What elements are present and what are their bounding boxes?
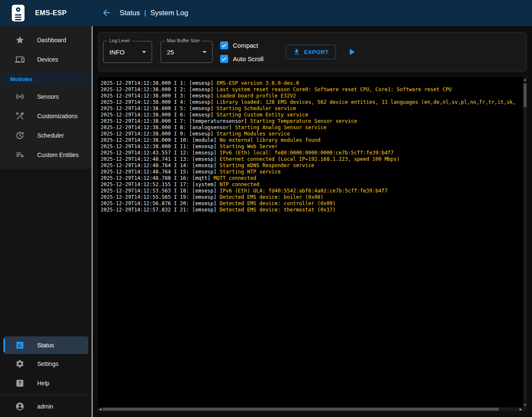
chevron-down-icon [199,47,210,57]
export-label: EXPORT [304,49,329,55]
sensors-icon [15,92,25,101]
sidebar-item-status[interactable]: Status [3,336,88,354]
log-line: 2025-12-29T14:12:38.000 I 7: [temperatur… [101,118,523,125]
log-line: 2025-12-29T14:12:38.000 I 3: [emsesp] Lo… [101,93,523,99]
compact-checkbox[interactable]: Compact [220,41,264,49]
sidebar-item-label: Devices [37,56,58,63]
sidebar: DashboardDevices Modules SensorsCustomiz… [0,26,92,417]
scroll-down-icon[interactable]: ▼ [523,403,527,407]
page-title: Status | System Log [120,9,188,17]
brand: EMS-ESP [0,0,92,26]
log-line: 2025-12-29T14:12:57.832 I 21: [emsesp] D… [101,207,523,213]
log-line: 2025-12-29T14:12:38.000 I 6: [emsesp] St… [101,112,523,118]
log-line: 2025-12-29T14:12:43.557 I 12: [emsesp] I… [101,150,523,156]
sidebar-item-label: Custom Entities [37,152,79,158]
checkbox-column: Compact Auto Scroll [220,41,264,63]
back-button[interactable] [100,7,113,19]
sidebar-top-block: DashboardDevices Modules SensorsCustomiz… [0,26,92,169]
back-arrow-icon [101,8,112,19]
log-line: 2025-12-29T14:12:38.000 I 1: [emsesp] EM… [101,80,523,87]
app-header: EMS-ESP Status | System Log [0,0,532,26]
scrollbar-corner [523,407,527,411]
log-line: 2025-12-29T14:12:52.155 I 17: [system] N… [101,181,523,188]
log-line: 2025-12-29T14:12:38.000 I 10: [module] N… [101,137,523,144]
vertical-scrollbar[interactable]: ▲ ▼ [523,77,527,407]
sidebar-item-help[interactable]: ?Help [0,374,92,393]
playlist-add-icon [15,150,25,160]
status-icon [15,341,25,350]
scroll-left-icon[interactable]: ◀ [98,407,102,411]
sidebar-item-label: Dashboard [37,37,66,43]
log-line: 2025-12-29T14:12:38.000 I 4: [emsesp] Li… [101,99,523,106]
title-separator: | [144,9,146,17]
download-icon [293,48,300,56]
sidebar-item-label: Scheduler [37,132,64,139]
page-title-primary: Status [120,9,140,17]
sidebar-item-devices[interactable]: Devices [0,50,92,69]
app-root: EMS-ESP Status | System Log DashboardDev… [0,0,532,417]
log-line: 2025-12-29T14:12:38.000 I 5: [emsesp] St… [101,106,523,112]
sidebar-divider [0,395,92,395]
app-logo-icon [11,4,25,22]
sidebar-item-label: Sensors [37,93,59,100]
log-level-label: Log Level [107,38,132,43]
sidebar-item-dashboard[interactable]: Dashboard [0,30,92,50]
log-line: 2025-12-29T14:12:38.000 I 2: [emsesp] La… [101,87,523,93]
sidebar-item-admin[interactable]: admin [0,397,92,416]
tools-icon [15,111,25,121]
log-line: 2025-12-29T14:12:53.563 I 18: [emsesp] I… [101,188,523,194]
svg-text:?: ? [18,380,21,386]
gear-icon [15,359,25,368]
max-buffer-size-value: 25 [167,49,174,56]
horizontal-scrollbar-thumb[interactable] [103,408,499,411]
log-level-select[interactable]: Log Level INFO [103,41,152,63]
horizontal-scrollbar[interactable]: ◀ ▶ [98,407,523,411]
main-content: Log Level INFO Max Buffer Size 25 Compac… [92,26,532,417]
log-line: 2025-12-29T14:12:48.764 I 14: [emsesp] S… [101,162,523,169]
sidebar-item-customizations[interactable]: Customizations [0,106,92,126]
sidebar-item-settings[interactable]: Settings [0,354,92,374]
log-line: 2025-12-29T14:12:48.764 I 15: [emsesp] S… [101,169,523,175]
compact-label: Compact [233,42,258,49]
sidebar-item-sensors[interactable]: Sensors [0,87,92,106]
log-level-value: INFO [109,49,125,56]
log-line: 2025-12-29T14:12:38.000 I 8: [analogsens… [101,125,523,131]
checkbox-checked-icon [220,55,228,63]
chevron-down-icon [139,47,149,57]
export-button[interactable]: EXPORT [286,45,336,59]
auto-scroll-label: Auto Scroll [233,55,264,62]
scheduler-icon [15,131,25,140]
checkbox-checked-icon [220,41,228,49]
log-line: 2025-12-29T14:12:48.788 I 16: [mqtt] MQT… [101,175,523,181]
sidebar-bottom-block: StatusSettings?Help admin [0,336,92,417]
log-toolbar: Log Level INFO Max Buffer Size 25 Compac… [98,32,527,72]
vertical-scrollbar-thumb[interactable] [524,84,527,107]
sidebar-item-label: Settings [37,360,59,367]
scroll-right-icon[interactable]: ▶ [519,407,523,411]
log-lines: 2025-12-29T14:12:38.000 I 1: [emsesp] EM… [101,80,523,407]
sidebar-item-label: Status [37,342,54,349]
log-line: 2025-12-29T14:12:38.000 I 11: [emsesp] S… [101,144,523,150]
sidebar-item-scheduler[interactable]: Scheduler [0,126,92,145]
log-line: 2025-12-29T14:12:38.000 I 9: [emsesp] St… [101,131,523,137]
play-button[interactable] [345,46,358,58]
account-icon [15,402,25,411]
sidebar-item-label: Help [37,380,49,387]
max-buffer-size-label: Max Buffer Size [165,38,202,43]
devices-icon [15,55,25,64]
sidebar-item-label: Customizations [37,113,78,119]
page-title-secondary: System Log [150,9,188,17]
max-buffer-size-select[interactable]: Max Buffer Size 25 [161,41,213,63]
log-line: 2025-12-29T14:12:48.741 I 13: [emsesp] E… [101,156,523,162]
star-icon [15,35,25,45]
header-main: Status | System Log [92,0,532,26]
scroll-up-icon[interactable]: ▲ [523,78,527,81]
sidebar-item-custom-entities[interactable]: Custom Entities [0,145,92,165]
log-output[interactable]: 2025-12-29T14:12:38.000 I 1: [emsesp] EM… [98,77,527,411]
auto-scroll-checkbox[interactable]: Auto Scroll [220,55,264,63]
sidebar-section-modules: Modules [0,73,92,85]
log-line: 2025-12-29T14:12:55.565 I 19: [emsesp] D… [101,194,523,200]
sidebar-item-label: admin [37,403,53,410]
play-icon [346,46,357,57]
help-icon: ? [15,379,25,388]
